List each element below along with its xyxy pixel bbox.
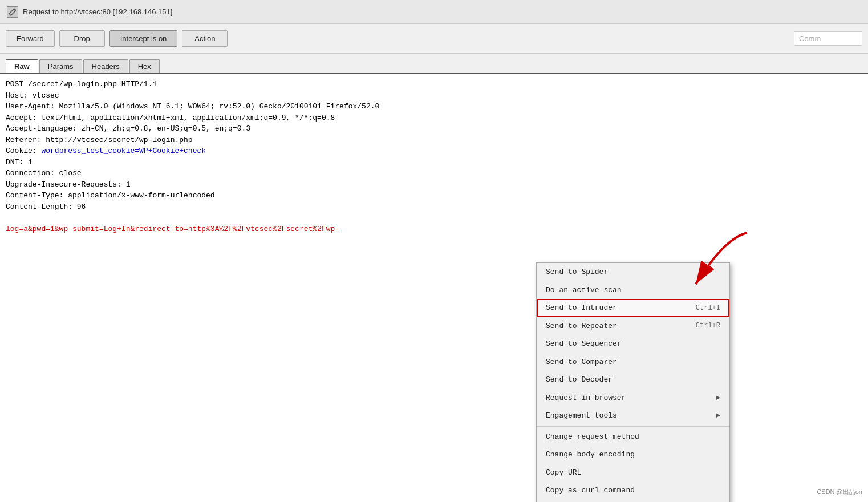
request-line-4: Accept: text/html, application/xhtml+xml… [6, 112, 862, 124]
request-line-2: Host: vtcsec [6, 90, 862, 102]
menu-divider [537, 426, 729, 427]
intercept-button[interactable]: Intercept is on [109, 30, 178, 47]
menu-send-to-repeater[interactable]: Send to Repeater Ctrl+R [537, 317, 729, 335]
toolbar: Forward Drop Intercept is on Action Comm [0, 24, 868, 54]
edit-icon [7, 6, 18, 18]
menu-change-body-encoding[interactable]: Change body encoding [537, 446, 729, 464]
menu-send-to-decoder[interactable]: Send to Decoder [537, 371, 729, 389]
tab-headers[interactable]: Headers [83, 59, 128, 73]
request-line-1: POST /secret/wp-login.php HTTP/1.1 [6, 79, 862, 90]
context-menu: Send to Spider Do an active scan Send to… [536, 262, 730, 502]
action-button[interactable]: Action [182, 30, 228, 47]
request-line-11: Content-Type: application/x-www-form-url… [6, 190, 862, 201]
request-line-13 [6, 212, 862, 224]
cookie-value: wordpress_test_cookie=WP+Cookie+check [41, 147, 206, 155]
request-line-14: log=a&pwd=1&wp-submit=Log+In&redirect_to… [6, 224, 862, 235]
tab-params[interactable]: Params [39, 59, 82, 73]
title-bar: Request to http://vtcsec:80 [192.168.146… [0, 0, 868, 24]
menu-engagement-tools[interactable]: Engagement tools ► [537, 407, 729, 425]
request-line-3: User-Agent: Mozilla/5.0 (Windows NT 6.1;… [6, 101, 862, 112]
menu-copy-as-curl[interactable]: Copy as curl command [537, 481, 729, 500]
request-line-8: DNT: 1 [6, 157, 862, 168]
window-title: Request to http://vtcsec:80 [192.168.146… [23, 7, 172, 16]
tab-hex[interactable]: Hex [129, 59, 160, 73]
menu-copy-to-file[interactable]: Copy to file [537, 500, 729, 503]
request-line-6: Referer: http://vtcsec/secret/wp-login.p… [6, 135, 862, 146]
menu-request-in-browser[interactable]: Request in browser ► [537, 389, 729, 407]
menu-send-to-comparer[interactable]: Send to Comparer [537, 353, 729, 371]
request-line-7: Cookie: wordpress_test_cookie=WP+Cookie+… [6, 145, 862, 157]
menu-active-scan[interactable]: Do an active scan [537, 281, 729, 299]
comment-field[interactable]: Comm [794, 31, 862, 46]
request-line-10: Upgrade-Insecure-Requests: 1 [6, 179, 862, 191]
tab-raw[interactable]: Raw [6, 59, 38, 73]
drop-button[interactable]: Drop [59, 30, 105, 47]
menu-send-to-spider[interactable]: Send to Spider [537, 263, 729, 281]
request-line-5: Accept-Language: zh-CN, zh;q=0.8, en-US;… [6, 123, 862, 135]
request-line-9: Connection: close [6, 168, 862, 179]
menu-change-request-method[interactable]: Change request method [537, 428, 729, 446]
tabs-bar: Raw Params Headers Hex [0, 54, 868, 74]
menu-copy-url[interactable]: Copy URL [537, 464, 729, 482]
forward-button[interactable]: Forward [6, 30, 55, 47]
watermark: CSDN @出品on [817, 488, 862, 496]
request-content: POST /secret/wp-login.php HTTP/1.1 Host:… [0, 74, 868, 502]
menu-send-to-sequencer[interactable]: Send to Sequencer [537, 335, 729, 353]
request-line-12: Content-Length: 96 [6, 201, 862, 213]
menu-send-to-intruder[interactable]: Send to Intruder Ctrl+I [537, 299, 729, 317]
